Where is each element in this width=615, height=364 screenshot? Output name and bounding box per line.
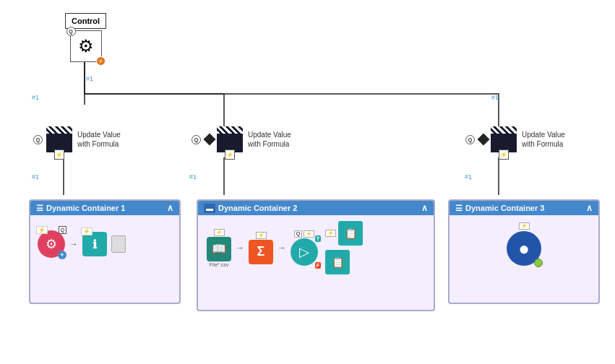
dc2-lightning-deploy: ⚡ — [304, 230, 314, 238]
update3-label: Update Value with Formula — [522, 130, 565, 149]
dc2-header-icon: ▬ — [204, 204, 215, 213]
dc2-note1-icon: 📋 — [338, 221, 363, 246]
dc1-collapse-button[interactable]: ∧ — [167, 203, 173, 213]
update-node-3[interactable]: Q ⚡ Update Value with Formula — [465, 126, 565, 152]
dc3-header-icon: ☰ — [455, 204, 463, 213]
dc2-book-icon: 📖 — [207, 237, 231, 261]
update-node-1[interactable]: Q ⚡ Update Value with Formula — [33, 126, 121, 152]
dc2-title: Dynamic Container 2 — [218, 204, 297, 212]
dc3-title: Dynamic Container 3 — [465, 204, 544, 212]
dc3-circle-group: ⚡ ● — [507, 222, 541, 266]
dc2-sigma-tool[interactable]: Σ — [249, 240, 273, 264]
dc1-header-icon: ☰ — [36, 204, 43, 213]
dc2-arrow-1: → — [236, 243, 244, 253]
dc2-collapse-button[interactable]: ∧ — [421, 203, 428, 213]
dc1-q-badge-tool: Q — [59, 226, 66, 234]
dc2-book-group: ⚡ 📖 File*.csv — [207, 229, 231, 267]
dc1-info-icon: ℹ — [82, 232, 107, 256]
update1-lightning: ⚡ — [54, 150, 64, 160]
dc2-f-badge: F — [315, 262, 321, 269]
dc1-body: ⚙ ⚡ + Q → ℹ ⚡ — [30, 215, 179, 273]
dc2-lightning-note1: ⚡ — [325, 230, 336, 237]
dc1-add-badge: + — [58, 251, 66, 259]
gear-symbol: ⚙ — [78, 36, 94, 56]
dynamic-container-2: ▬ Dynamic Container 2 ∧ ⚡ 📖 File*.csv → — [197, 199, 435, 311]
dc3-header: ☰ Dynamic Container 3 ∧ — [450, 201, 598, 215]
dc2-note-top-row: ⚡ 📋 — [325, 221, 363, 246]
update3-diamond — [478, 134, 489, 144]
update3-q-badge: Q — [465, 135, 475, 144]
update2-diamond — [205, 134, 215, 144]
dc3-tool-row: ⚡ ● — [507, 222, 541, 266]
control-node[interactable]: Control ⚙ Q ⚡ — [65, 13, 106, 62]
dc1-lightning-badge-top: ⚡ — [36, 226, 48, 234]
update1-label: Update Value with Formula — [77, 130, 121, 149]
dc2-note-bottom-row: 📋 — [325, 250, 363, 274]
dynamic-container-1: ☰ Dynamic Container 1 ∧ ⚙ ⚡ + Q → ℹ ⚡ — [29, 199, 181, 304]
dc2-note2-icon: 📋 — [325, 250, 350, 274]
update2-clapboard: ⚡ — [217, 126, 243, 152]
dc1-lightning-badge-info: ⚡ — [81, 228, 93, 235]
dc1-placeholder — [111, 235, 126, 253]
workflow-canvas: #1 #1 #1 #1 #1 #1 Control ⚙ Q ⚡ Q ⚡ Upda… — [0, 0, 615, 364]
dynamic-container-3: ☰ Dynamic Container 3 ∧ ⚡ ● — [448, 199, 600, 304]
dc2-deploy-icon: ▷ — [291, 238, 318, 266]
dc2-tool-row: ⚡ 📖 File*.csv → ⚡ Σ — [207, 221, 363, 274]
hash-label-5: #1 — [189, 173, 197, 181]
hash-label-6: #1 — [465, 173, 472, 181]
dc2-lightning-sigma: ⚡ — [256, 232, 267, 239]
hash-label-2: #1 — [491, 94, 499, 101]
control-q-badge: Q — [66, 27, 76, 36]
dc2-note2-tool[interactable]: 📋 — [325, 250, 350, 274]
dc2-deploy-tool[interactable]: ▷ T F — [291, 238, 318, 266]
update1-q-badge: Q — [33, 135, 43, 144]
dc2-arrow-2: → — [278, 243, 286, 253]
control-lightning-badge: ⚡ — [96, 56, 106, 66]
dc2-note1-tool[interactable]: 📋 — [338, 221, 363, 246]
dc3-lightning-circle: ⚡ — [519, 222, 530, 230]
update2-q-badge: Q — [192, 135, 201, 144]
update1-clapboard: ⚡ — [46, 126, 72, 152]
dc1-gear-tool[interactable]: ⚙ ⚡ + Q — [38, 230, 65, 258]
update3-clapboard: ⚡ — [491, 126, 517, 152]
hash-label-1: #1 — [32, 94, 39, 101]
dc2-deploy-group: Q ⚡ ▷ T F — [291, 230, 318, 266]
control-gear-icon[interactable]: ⚙ Q ⚡ — [70, 30, 102, 62]
dc2-body: ⚡ 📖 File*.csv → ⚡ Σ — [198, 215, 434, 280]
update2-label: Update Value with Formula — [248, 130, 291, 149]
dc2-sigma-icon: Σ — [249, 240, 273, 264]
dc3-body: ⚡ ● — [450, 215, 598, 273]
dc1-title: Dynamic Container 1 — [46, 204, 125, 212]
dc2-file-label: File*.csv — [210, 262, 228, 267]
dc2-t-badge: T — [315, 235, 321, 242]
dc2-deploy-badges: Q ⚡ — [294, 230, 314, 238]
dc3-collapse-button[interactable]: ∧ — [586, 203, 593, 213]
dc3-green-dot — [534, 259, 543, 267]
hash-label-3: #1 — [86, 75, 93, 82]
dc2-notes-group: ⚡ 📋 📋 — [325, 221, 363, 274]
dc2-q-deploy: Q — [294, 230, 302, 238]
dc1-arrow-1: → — [69, 239, 78, 249]
hash-label-4: #1 — [32, 173, 39, 181]
dc2-book-tool[interactable]: 📖 — [207, 237, 231, 261]
dc2-lightning-book: ⚡ — [214, 229, 225, 236]
dc2-header: ▬ Dynamic Container 2 ∧ — [198, 201, 434, 215]
dc1-header: ☰ Dynamic Container 1 ∧ — [30, 201, 179, 215]
dc2-sigma-group: ⚡ Σ — [249, 232, 273, 264]
update-node-2[interactable]: Q ⚡ Update Value with Formula — [192, 126, 291, 152]
dc3-circle-tool[interactable]: ● — [507, 231, 541, 266]
dc1-info-tool[interactable]: ℹ ⚡ — [82, 232, 107, 256]
